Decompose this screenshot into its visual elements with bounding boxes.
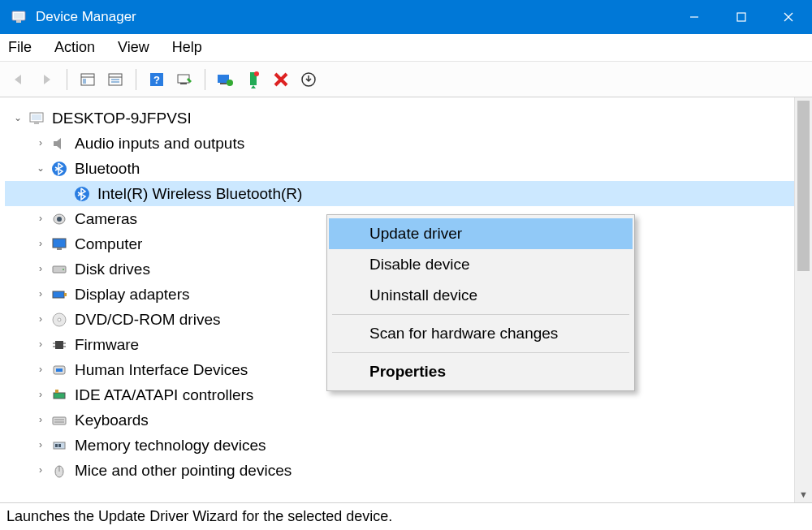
status-text: Launches the Update Driver Wizard for th… [6, 508, 392, 525]
chevron-right-icon[interactable]: › [34, 131, 47, 156]
svg-rect-27 [34, 122, 39, 124]
window-controls [671, 0, 812, 34]
vertical-scrollbar[interactable]: ▲ ▼ [794, 97, 812, 502]
title-bar: Device Manager [0, 0, 812, 34]
speaker-icon [50, 135, 68, 153]
context-menu-item[interactable]: Disable device [329, 249, 633, 280]
svg-rect-55 [58, 444, 61, 447]
status-bar: Launches the Update Driver Wizard for th… [0, 502, 812, 530]
chevron-right-icon[interactable]: › [34, 231, 47, 256]
svg-rect-50 [53, 417, 66, 424]
tree-category-label: Computer [75, 231, 142, 256]
menu-help[interactable]: Help [172, 39, 202, 56]
svg-rect-34 [57, 248, 62, 250]
tree-category-label: Cameras [75, 206, 137, 231]
tree-category-label: IDE ATA/ATAPI controllers [75, 382, 253, 407]
computer-icon [28, 110, 45, 127]
svg-rect-41 [55, 341, 63, 349]
context-menu-label: Properties [369, 363, 446, 381]
app-icon [10, 8, 28, 26]
menu-file[interactable]: File [8, 39, 32, 56]
chevron-down-icon[interactable]: ⌄ [34, 156, 47, 181]
svg-rect-9 [83, 79, 86, 84]
chevron-right-icon[interactable]: › [34, 307, 47, 332]
context-menu-item[interactable]: Uninstall device [329, 280, 633, 311]
camera-icon [50, 210, 68, 228]
svg-rect-54 [55, 444, 58, 447]
chevron-right-icon[interactable]: › [34, 206, 47, 231]
properties-sheet-button[interactable] [103, 67, 127, 92]
chevron-right-icon[interactable]: › [34, 332, 47, 357]
uninstall-button[interactable] [269, 67, 293, 92]
svg-rect-48 [54, 393, 65, 399]
tree-category-label: Firmware [75, 332, 139, 357]
svg-rect-17 [180, 83, 187, 84]
svg-rect-28 [32, 114, 41, 120]
svg-rect-16 [178, 75, 189, 83]
svg-rect-19 [220, 83, 227, 84]
tree-root[interactable]: ⌄DESKTOP-9JFPVSI [5, 106, 794, 131]
tree-root-label: DESKTOP-9JFPVSI [52, 106, 192, 131]
mouse-icon [50, 462, 68, 480]
svg-rect-38 [64, 293, 67, 296]
close-button[interactable] [765, 0, 812, 34]
disk-icon [50, 261, 68, 278]
tree-category-label: Memory technology devices [75, 433, 266, 458]
context-menu-separator [332, 352, 629, 353]
svg-point-32 [57, 217, 62, 222]
tree-category[interactable]: ›Keyboards [5, 407, 794, 433]
toolbar-separator [136, 69, 136, 90]
controller-icon [50, 386, 68, 404]
forward-button [34, 67, 58, 92]
context-menu-item[interactable]: Update driver [329, 218, 633, 249]
minimize-button[interactable] [671, 0, 718, 34]
chevron-right-icon[interactable]: › [34, 382, 47, 407]
disable-device-button[interactable] [241, 67, 266, 92]
show-hidden-button[interactable] [76, 67, 100, 92]
svg-point-20 [227, 80, 233, 86]
tree-category-label: Bluetooth [75, 156, 140, 181]
maximize-button[interactable] [718, 0, 765, 34]
update-driver-button[interactable] [214, 67, 238, 92]
chevron-right-icon[interactable]: › [34, 357, 47, 382]
toolbar: ? [0, 62, 812, 97]
hid-icon [50, 361, 68, 379]
chevron-right-icon[interactable]: › [34, 256, 47, 282]
tree-device[interactable]: Intel(R) Wireless Bluetooth(R) [5, 181, 794, 206]
menu-bar: File Action View Help [0, 34, 812, 62]
window-title: Device Manager [36, 9, 671, 25]
show-all-button[interactable] [296, 67, 321, 92]
scroll-thumb[interactable] [797, 101, 810, 271]
tree-category-label: Mice and other pointing devices [75, 458, 292, 483]
menu-action[interactable]: Action [54, 39, 95, 56]
context-menu-label: Update driver [369, 225, 462, 243]
scroll-down-button[interactable]: ▼ [795, 486, 812, 502]
context-menu-item[interactable]: Scan for hardware changes [329, 318, 633, 349]
chevron-down-icon[interactable]: ⌄ [11, 106, 24, 131]
tree-category-label: Disk drives [75, 256, 150, 282]
scan-button[interactable] [172, 67, 197, 92]
disc-icon [50, 311, 68, 329]
svg-rect-1 [16, 20, 21, 23]
help-button[interactable]: ? [145, 67, 169, 92]
context-menu: Update driverDisable deviceUninstall dev… [326, 214, 635, 391]
svg-rect-37 [53, 291, 64, 298]
tree-category[interactable]: ⌄Bluetooth [5, 156, 794, 181]
context-menu-item[interactable]: Properties [329, 356, 633, 387]
tree-device-label: Intel(R) Wireless Bluetooth(R) [97, 181, 302, 206]
chevron-right-icon[interactable]: › [34, 458, 47, 483]
chevron-right-icon[interactable]: › [34, 282, 47, 307]
tree-category[interactable]: ›Mice and other pointing devices [5, 458, 794, 483]
tree-category[interactable]: ›Audio inputs and outputs [5, 131, 794, 156]
svg-point-40 [58, 318, 61, 321]
svg-text:?: ? [153, 74, 160, 86]
chevron-right-icon[interactable]: › [34, 407, 47, 433]
bluetooth-icon [73, 185, 91, 203]
toolbar-separator [67, 69, 67, 90]
chevron-right-icon[interactable]: › [34, 433, 47, 458]
svg-rect-2 [14, 13, 24, 19]
tree-category[interactable]: ›Memory technology devices [5, 433, 794, 458]
menu-view[interactable]: View [118, 39, 149, 56]
bluetooth-icon [50, 160, 68, 178]
tree-category-label: DVD/CD-ROM drives [75, 307, 220, 332]
